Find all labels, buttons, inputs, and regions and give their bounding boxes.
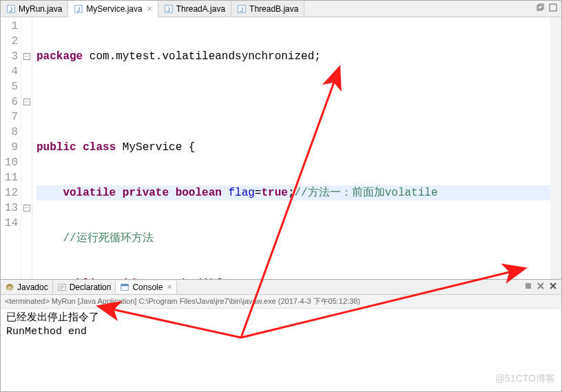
maximize-icon[interactable] xyxy=(549,3,557,14)
remove-all-icon[interactable] xyxy=(537,282,545,292)
code-area[interactable]: package com.mytest.volatileandsynchroniz… xyxy=(32,17,561,279)
svg-rect-16 xyxy=(525,283,531,289)
console-status-bar: <terminated> MyRun [Java Application] C:… xyxy=(1,295,561,309)
svg-rect-8 xyxy=(537,6,542,10)
svg-text:J: J xyxy=(77,6,80,12)
javadoc-icon: @ xyxy=(5,282,14,292)
fold-icon[interactable]: − xyxy=(23,53,30,60)
tab-label: ThreadB.java xyxy=(249,4,298,14)
tab-myrun[interactable]: J MyRun.java xyxy=(1,1,68,17)
tab-threada[interactable]: J ThreadA.java xyxy=(158,1,231,17)
fold-margin: − − − xyxy=(21,17,32,279)
svg-text:J: J xyxy=(240,6,243,12)
java-file-icon: J xyxy=(164,4,174,14)
java-file-icon: J xyxy=(237,4,247,14)
tab-console[interactable]: Console ✕ xyxy=(116,281,177,293)
bottom-tab-bar: @ Javadoc Declaration Console ✕ xyxy=(1,280,561,295)
tab-myservice[interactable]: J MyService.java ✕ xyxy=(68,1,158,17)
page-watermark: @51CTO博客 xyxy=(495,373,555,385)
svg-rect-15 xyxy=(121,284,129,286)
svg-text:J: J xyxy=(167,6,170,12)
fold-icon[interactable]: − xyxy=(23,205,30,212)
editor-tab-bar: J MyRun.java J MyService.java ✕ J Thread… xyxy=(1,1,561,17)
console-line: 已经发出停止指令了 xyxy=(6,311,556,325)
tab-label: MyService.java xyxy=(86,4,142,14)
tab-label: MyRun.java xyxy=(19,4,62,14)
remove-icon[interactable] xyxy=(549,282,557,292)
console-toolbar xyxy=(520,282,561,292)
svg-rect-10 xyxy=(550,4,556,11)
close-icon[interactable]: ✕ xyxy=(147,5,152,12)
restore-icon[interactable] xyxy=(537,3,545,14)
svg-text:@: @ xyxy=(7,285,12,291)
java-file-icon: J xyxy=(6,4,16,14)
console-icon xyxy=(120,282,129,292)
stop-icon[interactable] xyxy=(524,282,532,292)
declaration-icon xyxy=(57,282,67,292)
line-number-gutter: 1234567891011121314 xyxy=(1,17,21,279)
code-editor[interactable]: 1234567891011121314 − − − package com.my… xyxy=(1,17,561,279)
tab-threadb[interactable]: J ThreadB.java xyxy=(231,1,304,17)
svg-rect-9 xyxy=(539,4,543,9)
bottom-panel: @ Javadoc Declaration Console ✕ <termina… xyxy=(1,279,561,391)
tab-javadoc[interactable]: @ Javadoc xyxy=(1,281,53,293)
tab-declaration[interactable]: Declaration xyxy=(53,281,116,293)
svg-text:J: J xyxy=(10,6,12,12)
fold-icon[interactable]: − xyxy=(23,99,30,105)
scrollbar[interactable] xyxy=(550,17,561,279)
java-file-icon: J xyxy=(74,4,83,14)
console-output[interactable]: 已经发出停止指令了 RunMethod end xyxy=(1,309,561,391)
tab-label: ThreadA.java xyxy=(176,4,225,14)
close-icon[interactable]: ✕ xyxy=(167,283,172,291)
console-line: RunMethod end xyxy=(6,325,556,339)
